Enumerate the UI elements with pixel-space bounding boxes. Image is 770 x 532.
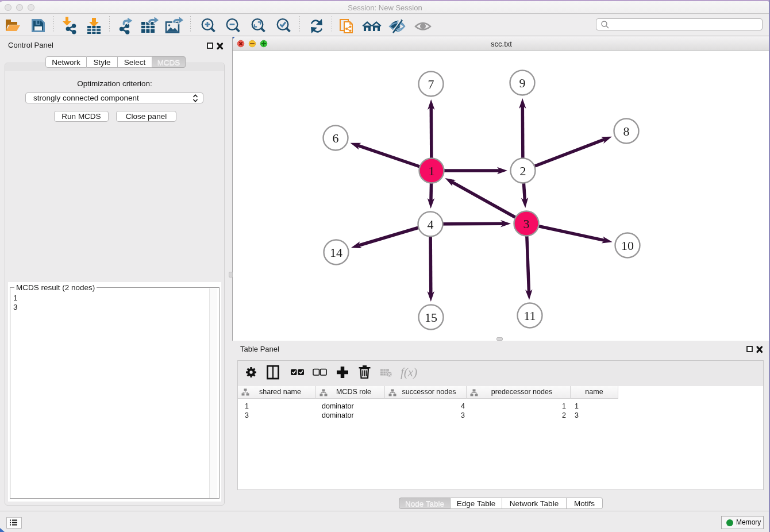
svg-text:14: 14 <box>330 245 342 260</box>
svg-text:7: 7 <box>428 77 434 91</box>
svg-text:8: 8 <box>623 124 630 138</box>
svg-text:11: 11 <box>523 309 536 323</box>
svg-text:f(x): f(x) <box>401 365 417 379</box>
svg-text:2: 2 <box>520 164 526 178</box>
svg-text:4: 4 <box>428 217 434 232</box>
svg-text:15: 15 <box>425 310 437 325</box>
svg-text:3: 3 <box>523 217 530 231</box>
svg-text:1: 1 <box>429 164 435 178</box>
svg-text:10: 10 <box>621 238 634 253</box>
svg-text:9: 9 <box>519 76 526 90</box>
svg-text:6: 6 <box>333 131 339 145</box>
